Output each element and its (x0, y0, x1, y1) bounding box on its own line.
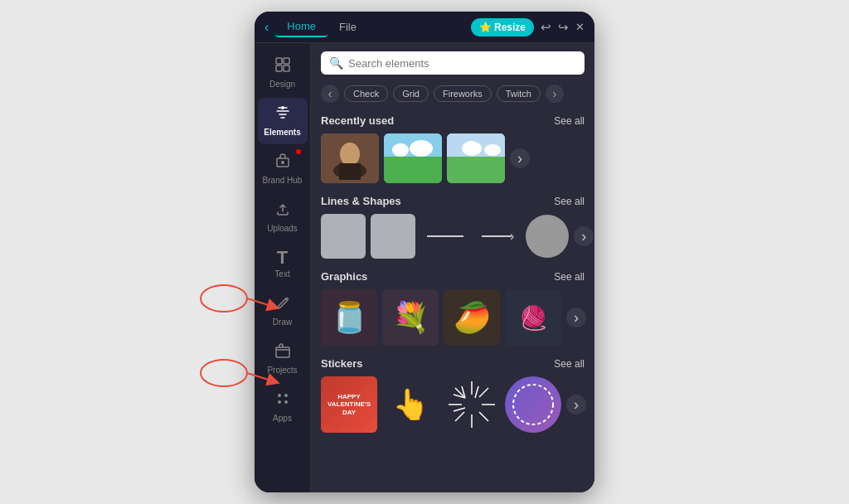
stickers-title: Stickers (321, 357, 363, 370)
sidebar-label-apps: Apps (273, 414, 292, 424)
graphic-1[interactable]: 🫙 (321, 289, 377, 346)
shape-square-1[interactable] (321, 214, 366, 259)
sticker-valentine[interactable]: HAPPYVALENTINE'SDAY (321, 376, 377, 433)
apps-icon (274, 390, 291, 411)
svg-line-29 (479, 412, 488, 421)
sidebar-label-text: Text (274, 269, 289, 279)
sticker-valentine-text: HAPPYVALENTINE'SDAY (327, 393, 371, 417)
svg-point-14 (340, 143, 360, 166)
sidebar: Design Elements (255, 43, 311, 492)
sticker-burst[interactable] (444, 376, 500, 433)
sidebar-label-brand-hub: Brand Hub (263, 176, 303, 186)
graphics-nav[interactable]: › (566, 308, 586, 327)
sidebar-item-text[interactable]: T Text (258, 242, 308, 286)
search-input[interactable] (348, 57, 576, 70)
svg-rect-7 (276, 347, 289, 357)
back-button[interactable]: ‹ (264, 20, 269, 35)
tab-home[interactable]: Home (275, 17, 327, 37)
uploads-icon (274, 201, 291, 221)
text-icon: T (277, 249, 288, 267)
svg-rect-1 (284, 58, 289, 64)
svg-point-19 (410, 140, 433, 157)
shape-line[interactable] (420, 235, 470, 237)
top-bar: ‹ Home File ⭐ Resize ↩ ↪ ✕ (255, 12, 594, 43)
chip-check[interactable]: Check (344, 85, 388, 102)
svg-point-4 (281, 106, 284, 109)
svg-rect-3 (284, 65, 289, 71)
app-frame: ‹ Home File ⭐ Resize ↩ ↪ ✕ (255, 12, 594, 492)
shape-square-2[interactable] (371, 214, 415, 259)
svg-line-31 (455, 412, 464, 421)
shapes-row: › › (321, 214, 585, 259)
sidebar-item-design[interactable]: Design (258, 50, 308, 96)
lines-shapes-title: Lines & Shapes (321, 195, 401, 207)
svg-point-11 (284, 400, 288, 404)
stickers-header: Stickers See all (321, 357, 585, 370)
chips-next-button[interactable]: › (546, 85, 564, 103)
graphic-3[interactable]: 🥭 (444, 289, 500, 346)
redo-button[interactable]: ↪ (558, 20, 569, 35)
filter-chips: ‹ Check Grid Fireworks Twitch › (311, 81, 594, 109)
graphic-4[interactable]: 🧶 (505, 289, 561, 346)
svg-point-18 (392, 143, 409, 157)
thumb-landscape2-bg (447, 133, 505, 183)
svg-point-39 (201, 360, 247, 386)
sidebar-item-apps[interactable]: Apps (258, 384, 308, 430)
svg-point-10 (278, 400, 281, 404)
undo-button[interactable]: ↩ (541, 20, 551, 35)
graphic-2[interactable]: 💐 (382, 289, 439, 346)
svg-rect-0 (276, 58, 282, 64)
shapes-nav[interactable]: › (574, 226, 594, 246)
svg-rect-17 (384, 157, 442, 183)
recently-used-nav[interactable]: › (510, 148, 530, 168)
svg-point-36 (513, 385, 553, 424)
graphics-section: Graphics See all 🫙 💐 🥭 🧶 › (311, 265, 594, 349)
shape-circle[interactable] (526, 215, 569, 258)
draw-icon (274, 294, 291, 315)
recently-used-title: Recently used (321, 114, 394, 127)
sticker-circle[interactable] (505, 376, 561, 433)
graphics-row: 🫙 💐 🥭 🧶 › (321, 289, 585, 346)
top-actions: ↩ ↪ ✕ (541, 20, 585, 35)
chip-fireworks[interactable]: Fireworks (434, 85, 492, 102)
stickers-see-all[interactable]: See all (554, 358, 585, 370)
recent-thumb-2[interactable] (384, 133, 442, 183)
svg-line-30 (479, 388, 488, 397)
search-bar: 🔍 (311, 43, 594, 81)
sidebar-label-elements: Elements (264, 128, 300, 138)
stickers-nav[interactable]: › (566, 395, 586, 414)
sidebar-item-elements[interactable]: Elements (258, 98, 308, 144)
elements-icon (274, 104, 291, 125)
svg-point-37 (201, 285, 247, 312)
chips-prev-button[interactable]: ‹ (321, 85, 339, 103)
recently-used-see-all[interactable]: See all (554, 115, 585, 127)
design-icon (274, 56, 291, 77)
resize-button[interactable]: ⭐ Resize (471, 18, 534, 36)
lines-shapes-see-all[interactable]: See all (554, 196, 585, 207)
tab-file[interactable]: File (327, 17, 368, 36)
thumb-photo-bg (321, 133, 379, 183)
recent-thumb-3[interactable] (447, 133, 505, 183)
search-input-wrap[interactable]: 🔍 (321, 51, 585, 75)
sidebar-item-projects[interactable]: Projects (258, 336, 308, 382)
recent-thumb-1[interactable] (321, 133, 379, 183)
graphics-see-all[interactable]: See all (554, 271, 585, 283)
stickers-section: Stickers See all HAPPYVALENTINE'SDAY 👆 (311, 352, 594, 436)
lines-shapes-header: Lines & Shapes See all (321, 195, 585, 207)
sidebar-item-brand-hub[interactable]: Brand Hub (258, 146, 308, 192)
chip-grid[interactable]: Grid (393, 85, 429, 102)
sticker-hand[interactable]: 👆 (382, 376, 439, 433)
more-button[interactable]: ✕ (575, 21, 585, 33)
thumb-landscape-bg (384, 133, 442, 183)
shape-arrow[interactable]: › (475, 229, 521, 244)
graphics-title: Graphics (321, 270, 367, 283)
svg-line-35 (454, 408, 465, 411)
sidebar-label-design: Design (269, 80, 295, 90)
sidebar-item-uploads[interactable]: Uploads (258, 194, 308, 240)
sidebar-item-draw[interactable]: Draw (258, 288, 308, 334)
lines-shapes-section: Lines & Shapes See all › (311, 190, 594, 262)
svg-point-8 (278, 394, 281, 397)
recently-used-header: Recently used See all (321, 114, 585, 127)
search-icon: 🔍 (329, 56, 343, 70)
chip-twitch[interactable]: Twitch (497, 85, 541, 102)
